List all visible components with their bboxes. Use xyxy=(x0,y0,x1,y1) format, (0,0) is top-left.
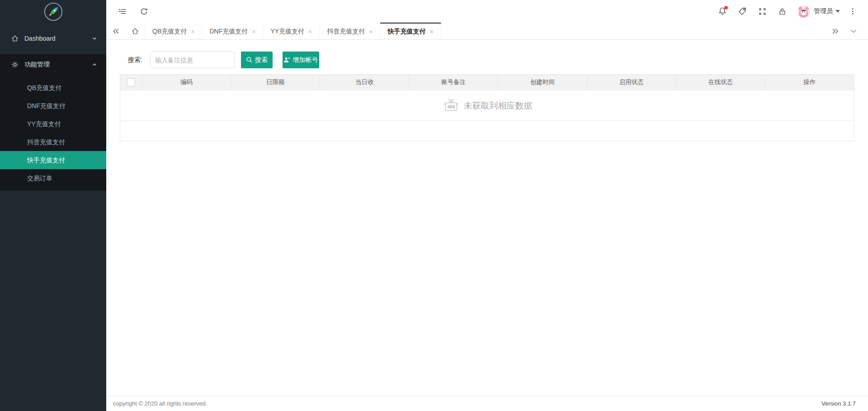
select-all-checkbox[interactable] xyxy=(127,78,135,86)
accounts-table: 编码 日限额 当日收 账号备注 创建时间 启用状态 在线状态 操作 xyxy=(120,74,854,141)
user-name: 管理员 xyxy=(814,7,833,15)
tab-yy-recharge[interactable]: YY充值支付 × xyxy=(263,23,320,39)
sidebar-group-function-mgmt: 功能管理 QB充值支付 DNF充值支付 YY充值支付 抖音充值支付 快手充值支付… xyxy=(0,54,106,191)
close-icon[interactable]: × xyxy=(369,28,373,35)
column-header-today-received: 当日收 xyxy=(320,75,409,90)
main-area: 管理员 QB充值支付 xyxy=(106,0,868,411)
column-header-actions: 操作 xyxy=(765,75,854,90)
empty-404-icon: 404 xyxy=(442,98,460,113)
add-account-button[interactable]: 增加帐号 xyxy=(283,52,319,68)
sidebar-item-douyin-recharge[interactable]: 抖音充值支付 xyxy=(0,133,106,151)
caret-down-icon xyxy=(835,10,840,13)
table-empty-state: 404 未获取到相应数据 xyxy=(120,90,854,121)
chevron-up-icon xyxy=(92,62,97,67)
tabbar: QB充值支付 × DNF充值支付 × YY充值支付 × 抖音充值支付 × 快手充… xyxy=(106,23,868,40)
search-label: 搜索: xyxy=(128,56,142,64)
refresh-icon[interactable] xyxy=(136,4,151,19)
sidebar-item-qb-recharge[interactable]: QB充值支付 xyxy=(0,79,106,97)
column-header-account-note: 账号备注 xyxy=(409,75,498,90)
column-header-online-status: 在线状态 xyxy=(676,75,765,90)
add-account-button-label: 增加帐号 xyxy=(292,56,318,64)
search-row: 搜索: 搜索 增加帐号 xyxy=(128,52,854,68)
tabbar-right xyxy=(826,23,868,39)
table-header-row: 编码 日限额 当日收 账号备注 创建时间 启用状态 在线状态 操作 xyxy=(120,75,854,90)
menu-fold-icon[interactable] xyxy=(114,4,130,19)
sidebar: Dashboard 功能管理 xyxy=(0,0,106,411)
sidebar-item-yy-recharge[interactable]: YY充值支付 xyxy=(0,115,106,133)
user-menu[interactable]: 管理员 xyxy=(797,5,840,18)
sidebar-item-label: Dashboard xyxy=(24,35,92,42)
sidebar-nav: Dashboard 功能管理 xyxy=(0,28,106,191)
chevron-down-icon xyxy=(92,36,97,41)
notification-badge-dot xyxy=(724,6,728,9)
tag-icon[interactable] xyxy=(734,4,750,19)
tab-label: QB充值支付 xyxy=(152,28,187,36)
empty-404-label: 404 xyxy=(447,104,455,109)
search-input[interactable] xyxy=(150,52,235,68)
column-header-enabled-status: 启用状态 xyxy=(587,75,676,90)
sidebar-item-kuaishou-recharge[interactable]: 快手充值支付 xyxy=(0,151,106,169)
tab-label: YY充值支付 xyxy=(270,28,304,36)
fullscreen-icon[interactable] xyxy=(754,4,770,19)
close-icon[interactable]: × xyxy=(191,28,194,35)
tabs: QB充值支付 × DNF充值支付 × YY充值支付 × 抖音充值支付 × 快手充… xyxy=(145,23,826,39)
tab-kuaishou-recharge[interactable]: 快手充值支付 × xyxy=(380,23,441,39)
close-icon[interactable]: × xyxy=(308,28,312,35)
home-icon xyxy=(11,34,19,43)
notifications-bell-icon[interactable] xyxy=(714,4,731,19)
avatar xyxy=(797,5,810,18)
tab-dnf-recharge[interactable]: DNF充值支付 × xyxy=(202,23,263,39)
content: 搜索: 搜索 增加帐号 xyxy=(106,52,868,141)
empty-state-text: 未获取到相应数据 xyxy=(464,100,533,112)
column-header-code: 编码 xyxy=(142,75,231,90)
tab-qb-recharge[interactable]: QB充值支付 × xyxy=(145,23,202,39)
topbar-right: 管理员 xyxy=(711,4,861,19)
search-button-label: 搜索 xyxy=(255,56,268,64)
tabs-scroll-right-icon[interactable] xyxy=(826,27,844,35)
page-footer: copyright © 2020 all rights reserved. Ve… xyxy=(106,396,868,411)
gear-icon xyxy=(11,61,19,69)
select-all-cell xyxy=(120,75,142,90)
topbar: 管理员 xyxy=(106,0,868,23)
column-header-created-time: 创建时间 xyxy=(498,75,587,90)
tab-douyin-recharge[interactable]: 抖音充值支付 × xyxy=(320,23,380,39)
logo-bar[interactable] xyxy=(0,0,106,24)
tabs-menu-chevron-icon[interactable] xyxy=(844,27,863,35)
sidebar-item-trade-orders[interactable]: 交易订单 xyxy=(0,169,106,187)
rocket-logo-icon xyxy=(43,2,63,22)
lock-icon[interactable] xyxy=(774,4,790,19)
sidebar-item-dashboard[interactable]: Dashboard xyxy=(0,28,106,49)
search-button[interactable]: 搜索 xyxy=(241,52,273,68)
tab-home-icon[interactable] xyxy=(125,23,145,39)
more-vert-icon[interactable] xyxy=(844,4,861,19)
sidebar-item-dnf-recharge[interactable]: DNF充值支付 xyxy=(0,97,106,115)
table-footer-strip xyxy=(120,121,854,141)
version-text: Version 3.1.7 xyxy=(821,400,856,407)
close-icon[interactable]: × xyxy=(429,28,433,35)
sidebar-item-label: 功能管理 xyxy=(24,61,92,69)
close-icon[interactable]: × xyxy=(252,28,255,35)
copyright-text: copyright © 2020 all rights reserved. xyxy=(113,400,207,407)
column-header-daily-limit: 日限额 xyxy=(231,75,320,90)
tab-label: DNF充值支付 xyxy=(209,28,248,36)
sidebar-item-function-mgmt[interactable]: 功能管理 xyxy=(0,54,106,75)
sidebar-submenu: QB充值支付 DNF充值支付 YY充值支付 抖音充值支付 快手充值支付 交易订单 xyxy=(0,75,106,187)
tabs-scroll-left-icon[interactable] xyxy=(106,23,125,39)
tab-label: 抖音充值支付 xyxy=(327,28,365,36)
tab-label: 快手充值支付 xyxy=(387,28,425,36)
